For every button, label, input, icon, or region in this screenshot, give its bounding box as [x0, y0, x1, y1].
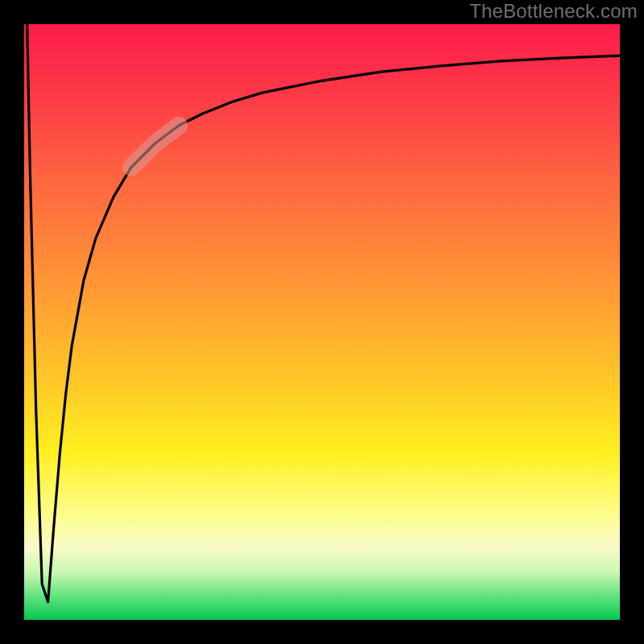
- curve-svg: [24, 24, 620, 620]
- chart-frame: TheBottleneck.com: [0, 0, 644, 644]
- highlight-segment: [131, 126, 179, 167]
- bottleneck-curve-path: [27, 24, 620, 602]
- watermark-text: TheBottleneck.com: [469, 0, 638, 23]
